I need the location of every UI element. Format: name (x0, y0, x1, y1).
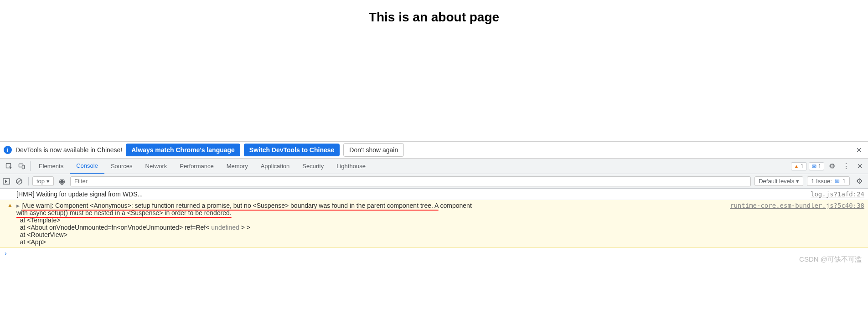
tab-network[interactable]: Network (139, 159, 174, 174)
warning-icon: ▲ (4, 202, 16, 208)
log-message: ▸ [Vue warn]: Component <Anonymous>: set… (16, 202, 724, 246)
warning-count: 1 (801, 163, 804, 170)
chevron-down-icon: ▾ (46, 178, 50, 185)
svg-rect-2 (22, 165, 25, 169)
page-content: This is an about page (0, 0, 868, 141)
tab-application[interactable]: Application (254, 159, 296, 174)
message-icon: ✉ (812, 163, 816, 170)
dont-show-again-button[interactable]: Don't show again (343, 143, 404, 157)
match-language-button[interactable]: Always match Chrome's language (126, 144, 240, 156)
source-link[interactable]: log.js?1afd:24 (805, 190, 864, 198)
more-icon[interactable]: ⋮ (840, 160, 852, 172)
tab-memory[interactable]: Memory (220, 159, 254, 174)
warning-icon: ▲ (794, 164, 799, 169)
warnings-badge[interactable]: ▲1 (791, 162, 807, 170)
tab-performance[interactable]: Performance (173, 159, 220, 174)
divider (30, 161, 31, 171)
inspect-icon[interactable] (3, 159, 16, 174)
devtools-language-notice: i DevTools is now available in Chinese! … (0, 141, 868, 159)
settings-icon[interactable]: ⚙ (826, 160, 838, 172)
console-toolbar: top▾ ◉ Default levels▾ 1 Issue:✉1 ⚙ (0, 174, 868, 189)
console-output: [HMR] Waiting for update signal from WDS… (0, 189, 868, 314)
sidebar-toggle-icon[interactable] (3, 178, 12, 185)
page-title: This is an about page (0, 0, 868, 25)
log-levels-dropdown[interactable]: Default levels▾ (754, 176, 803, 186)
message-icon: ✉ (835, 178, 840, 185)
devtools-tabs: Elements Console Sources Network Perform… (0, 159, 868, 174)
source-link[interactable]: runtime-core.esm-bundler.js?5c40:38 (724, 202, 864, 209)
devtools-close-icon[interactable]: × (854, 161, 865, 171)
close-icon[interactable]: × (853, 145, 864, 155)
clear-console-icon[interactable] (16, 178, 25, 185)
device-toggle-icon[interactable] (16, 159, 28, 174)
expand-icon[interactable]: ▸ (16, 202, 21, 209)
live-expression-icon[interactable]: ◉ (57, 177, 67, 185)
notice-text: DevTools is now available in Chinese! (16, 146, 122, 154)
context-dropdown[interactable]: top▾ (32, 176, 54, 186)
log-entry-warning: ▲ ▸ [Vue warn]: Component <Anonymous>: s… (0, 200, 868, 248)
log-entry: [HMR] Waiting for update signal from WDS… (0, 189, 868, 200)
tab-console[interactable]: Console (70, 159, 104, 174)
issues-button[interactable]: 1 Issue:✉1 (807, 176, 850, 186)
filter-input[interactable] (70, 176, 751, 186)
tab-security[interactable]: Security (296, 159, 330, 174)
tab-sources[interactable]: Sources (104, 159, 139, 174)
tab-elements[interactable]: Elements (32, 159, 70, 174)
chevron-down-icon: ▾ (796, 178, 799, 185)
divider (28, 177, 29, 185)
switch-language-button[interactable]: Switch DevTools to Chinese (244, 144, 340, 156)
messages-badge[interactable]: ✉1 (809, 162, 825, 170)
message-count: 1 (818, 163, 822, 170)
info-icon: i (4, 146, 12, 154)
tab-lighthouse[interactable]: Lighthouse (330, 159, 372, 174)
console-prompt[interactable]: › (0, 248, 868, 259)
svg-line-5 (17, 180, 21, 183)
console-settings-icon[interactable]: ⚙ (853, 175, 865, 187)
log-message: [HMR] Waiting for update signal from WDS… (16, 190, 805, 198)
